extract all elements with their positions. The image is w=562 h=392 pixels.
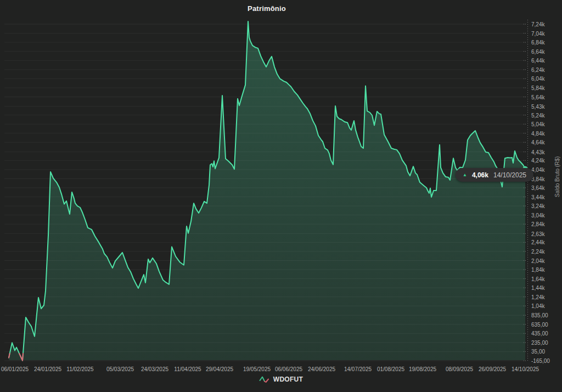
y-tick-label: 4,64k — [531, 139, 544, 145]
y-tick-label: 3,44k — [531, 194, 544, 200]
y-tick-label: -165,00 — [531, 358, 550, 364]
y-tick-label: 2,63k — [531, 231, 544, 237]
y-tick-label: 1,44k — [531, 285, 544, 291]
x-tick-label: 11/02/2025 — [66, 366, 93, 372]
y-tick-label: 4,04k — [531, 166, 544, 172]
x-tick-label: 05/03/2025 — [106, 366, 134, 372]
y-tick-label: 1,64k — [531, 276, 544, 282]
y-tick-label: 3,04k — [531, 212, 544, 218]
legend-label: WDOFUT — [273, 376, 303, 383]
tooltip-value: 4,06k — [472, 171, 488, 179]
y-tick-label: 4,24k — [531, 158, 544, 164]
y-tick-label: 5,24k — [531, 112, 544, 118]
y-tick-label: 4,43k — [531, 149, 544, 155]
x-tick-label: 19/05/2025 — [243, 366, 271, 372]
y-tick-label: 6,64k — [531, 48, 544, 54]
y-tick-label: 2,84k — [531, 221, 544, 227]
legend: WDOFUT — [0, 375, 562, 383]
page-title: Patrimônio — [248, 4, 286, 13]
y-tick-label: 6,84k — [531, 40, 544, 46]
y-tick-label: 2,24k — [531, 248, 544, 254]
y-tick-label: 6,04k — [531, 76, 544, 82]
x-tick-label: 24/03/2025 — [141, 366, 168, 372]
x-tick-label: 24/01/2025 — [34, 366, 61, 372]
y-tick-label: 1,24k — [531, 294, 544, 300]
y-tick-label: 835,00 — [531, 312, 548, 318]
x-tick-label: 08/09/2025 — [446, 366, 473, 372]
x-tick-label: 19/08/2025 — [409, 366, 436, 372]
y-tick-label: 2,44k — [531, 239, 544, 245]
x-tick-label: 24/06/2025 — [308, 366, 335, 372]
y-tick-label: 7,24k — [531, 21, 544, 27]
y-axis-title: Saldo Bruto (R$) — [554, 156, 560, 197]
y-tick-label: 5,43k — [531, 103, 544, 109]
y-tick-label: 2,04k — [531, 257, 544, 264]
y-tick-label: 5,64k — [531, 94, 544, 100]
x-tick-label: 06/06/2025 — [275, 366, 302, 372]
x-tick-label: 29/04/2025 — [206, 366, 233, 372]
x-tick-label: 14/07/2025 — [344, 366, 372, 372]
y-tick-label: 3,84k — [531, 176, 544, 182]
x-tick-label: 14/10/2025 — [512, 366, 539, 372]
y-tick-label: 4,84k — [531, 130, 544, 136]
y-tick-label: 635,00 — [531, 321, 548, 327]
x-tick-label: 11/04/2025 — [174, 366, 201, 372]
up-triangle-icon: ▲ — [463, 173, 467, 177]
tooltip-date: 14/10/2025 — [493, 171, 526, 179]
x-tick-label: 06/01/2025 — [1, 366, 29, 372]
y-tick-label: 435,00 — [531, 331, 548, 337]
y-tick-label: 6,44k — [531, 58, 544, 64]
sparkline-icon — [259, 375, 269, 383]
y-tick-label: 35,00 — [531, 349, 545, 355]
y-tick-label: 235,00 — [531, 339, 548, 345]
y-tick-label: 3,24k — [531, 203, 544, 209]
tooltip: ▲ 4,06k 14/10/2025 — [456, 168, 533, 182]
equity-dashboard: Patrimônio 7,24k7,04k6,84k6,64k6,44k6,24… — [0, 0, 562, 392]
x-tick-label: 26/09/2025 — [479, 366, 506, 372]
y-tick-label: 5,04k — [531, 121, 544, 127]
y-tick-label: 1,04k — [531, 303, 544, 309]
y-tick-label: 1,84k — [531, 267, 544, 273]
x-tick-label: 01/08/2025 — [377, 366, 404, 372]
y-tick-label: 3,64k — [531, 185, 544, 191]
area-fill — [9, 21, 525, 361]
y-tick-label: 6,24k — [531, 66, 544, 72]
equity-curve-chart[interactable] — [0, 0, 562, 392]
y-tick-label: 7,04k — [531, 30, 544, 36]
y-tick-label: 5,84k — [531, 85, 544, 91]
legend-item-wdofut[interactable]: WDOFUT — [259, 375, 303, 383]
